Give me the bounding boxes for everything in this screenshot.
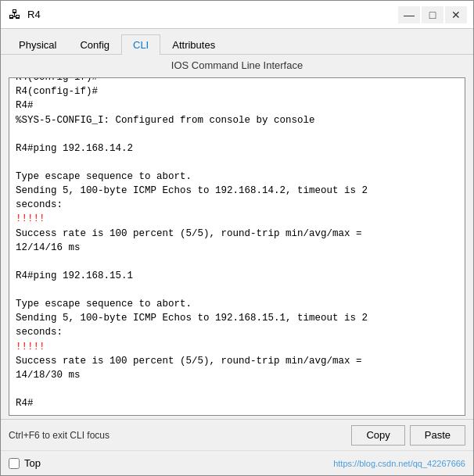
tab-physical[interactable]: Physical	[7, 34, 68, 55]
app-icon: 🖧	[7, 7, 23, 23]
copy-button[interactable]: Copy	[351, 425, 404, 446]
status-hint: Ctrl+F6 to exit CLI focus	[9, 430, 347, 441]
paste-button[interactable]: Paste	[410, 425, 465, 446]
main-window: 🖧 R4 — □ ✕ Physical Config CLI Attribute…	[0, 0, 474, 476]
watermark: https://blog.csdn.net/qq_42267666	[333, 459, 465, 468]
section-title: IOS Command Line Interface	[1, 55, 473, 74]
cli-container: R4(config)#interface Serial0/3/1 R4(conf…	[9, 77, 465, 416]
close-button[interactable]: ✕	[445, 6, 467, 23]
tab-bar: Physical Config CLI Attributes	[1, 29, 473, 55]
top-label: Top	[24, 457, 41, 469]
tab-cli[interactable]: CLI	[121, 34, 160, 55]
window-controls: — □ ✕	[398, 6, 467, 23]
tab-config[interactable]: Config	[68, 34, 121, 55]
top-checkbox-area: Top	[9, 457, 41, 469]
top-checkbox[interactable]	[9, 458, 20, 469]
cli-output[interactable]: R4(config)#interface Serial0/3/1 R4(conf…	[9, 78, 465, 415]
tab-attributes[interactable]: Attributes	[160, 34, 227, 55]
minimize-button[interactable]: —	[398, 6, 420, 23]
status-bar: Ctrl+F6 to exit CLI focus Copy Paste	[1, 419, 473, 450]
title-bar: 🖧 R4 — □ ✕	[1, 1, 473, 29]
window-title: R4	[27, 9, 398, 20]
bottom-bar: Top https://blog.csdn.net/qq_42267666	[1, 450, 473, 475]
maximize-button[interactable]: □	[422, 6, 443, 23]
